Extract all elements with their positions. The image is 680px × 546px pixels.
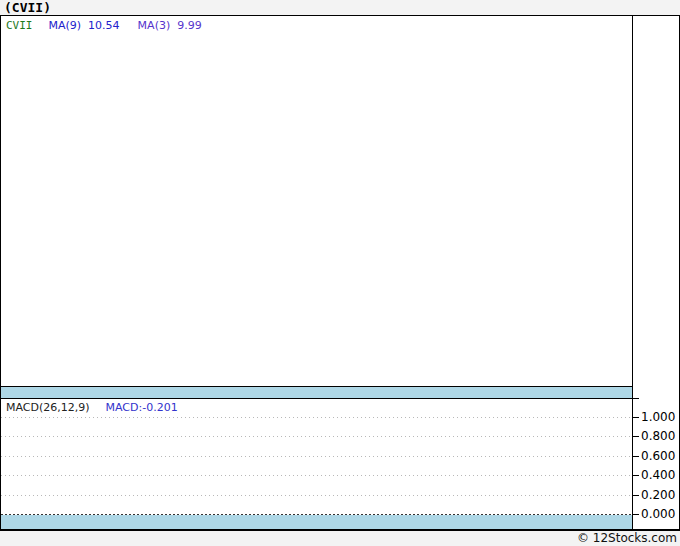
axis-tick-0.800 (633, 436, 639, 437)
ticker-symbol: CVII (6, 19, 33, 32)
macd-value: MACD:-0.201 (106, 401, 178, 414)
axis-label-0.800: 0.800 (641, 429, 679, 443)
axis-tick-0.200 (633, 495, 639, 496)
axis-tick-0.000 (633, 514, 639, 515)
axis-tick-0.600 (633, 456, 639, 457)
ma9-label: MA(9) (49, 19, 82, 32)
panel-separator-band (1, 386, 632, 399)
gridline-0.600 (1, 456, 632, 457)
ma9-value: 10.54 (88, 19, 120, 32)
axis-label-0.200: 0.200 (641, 488, 679, 502)
ma3-value: 9.99 (177, 19, 202, 32)
axis-label-0.600: 0.600 (641, 449, 679, 463)
watermark-credit-link[interactable]: © 12Stocks.com (577, 531, 677, 545)
gridline-0.200 (1, 495, 632, 496)
axis-separator-line (632, 16, 633, 529)
gridline-0.800 (1, 436, 632, 437)
macd-panel-legend: MACD(26,12,9)MACD:-0.201 (6, 401, 178, 414)
axis-label-0.400: 0.400 (641, 468, 679, 482)
bottom-band (1, 515, 632, 529)
gridline-1.000 (1, 417, 632, 418)
axis-tick-panel-top (633, 398, 639, 399)
gridline-0.400 (1, 475, 632, 476)
axis-label-1.000: 1.000 (641, 410, 679, 424)
axis-tick-0.400 (633, 475, 639, 476)
axis-label-0.000: 0.000 (641, 507, 679, 521)
axis-tick-1.000 (633, 417, 639, 418)
macd-label: MACD(26,12,9) (6, 401, 90, 414)
chart-container: CVIIMA(9)10.54MA(3)9.99 MACD(26,12,9)MAC… (0, 15, 680, 531)
price-panel-legend: CVIIMA(9)10.54MA(3)9.99 (6, 19, 202, 32)
ma3-label: MA(3) (138, 19, 171, 32)
page-title: (CVII) (4, 0, 51, 15)
zero-line (1, 514, 632, 515)
